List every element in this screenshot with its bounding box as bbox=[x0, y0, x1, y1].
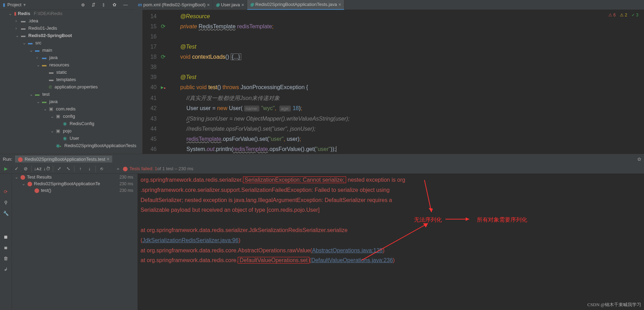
tree-item[interactable]: ⌄▬src bbox=[0, 39, 142, 46]
sort-time-icon[interactable]: ↓⏱ bbox=[42, 166, 51, 171]
collapse-icon[interactable]: ⤡ bbox=[64, 166, 73, 171]
close-icon[interactable]: × bbox=[107, 156, 109, 162]
stop-icon[interactable]: ◼ bbox=[4, 234, 8, 239]
arrow-icon[interactable]: ⌄ bbox=[8, 11, 13, 16]
tree-item[interactable]: ⌄▣pojo bbox=[0, 127, 142, 135]
exit-icon[interactable]: ↲ bbox=[4, 267, 8, 272]
tree-item[interactable]: ⌄▬resources bbox=[0, 61, 142, 69]
console-output[interactable]: 无法序列化 所有对象需要序列化 org.springframework.data… bbox=[138, 174, 644, 310]
close-icon[interactable]: × bbox=[338, 2, 341, 7]
arrow-icon[interactable]: ⌄ bbox=[15, 33, 20, 38]
close-icon[interactable]: × bbox=[207, 2, 210, 8]
gear-icon[interactable]: ✿ bbox=[637, 157, 641, 162]
code-line[interactable]: 15⟳ private RedisTemplate redisTemplate; bbox=[143, 21, 644, 31]
gutter-icon[interactable] bbox=[161, 103, 168, 114]
code-line[interactable]: 41 //真实开发一般都使用Json来传递对象 bbox=[143, 93, 644, 103]
arrow-icon[interactable]: › bbox=[36, 55, 41, 60]
arrow-icon[interactable]: ⌄ bbox=[22, 40, 27, 45]
gutter-icon[interactable]: ▸● bbox=[161, 82, 168, 93]
gear-icon[interactable]: ✿ bbox=[113, 2, 118, 8]
rerun-icon[interactable]: ▶ bbox=[4, 166, 8, 171]
code-line[interactable]: 18⟳ void contextLoads() {...} bbox=[143, 52, 644, 62]
tree-item[interactable]: ◉User bbox=[0, 135, 142, 142]
gutter-icon[interactable] bbox=[161, 144, 168, 154]
gutter-icon[interactable] bbox=[161, 134, 168, 144]
inspection-warnings[interactable]: ⚠ 2 bbox=[620, 13, 627, 17]
arrow-icon[interactable]: › bbox=[15, 18, 20, 23]
gutter-icon[interactable] bbox=[161, 93, 168, 103]
arrow-icon[interactable]: ⌄ bbox=[36, 62, 41, 67]
tree-item[interactable]: ⌄▣com.redis bbox=[0, 105, 142, 113]
code-line[interactable]: 44 //redisTemplate.opsForValue().set("us… bbox=[143, 124, 644, 134]
arrow-icon[interactable]: ⌄ bbox=[36, 99, 41, 104]
tree-item[interactable]: ◉▸Redis02SpringBootApplicationTests bbox=[0, 142, 142, 149]
check-icon[interactable]: ✓ bbox=[12, 166, 21, 171]
editor-area[interactable]: ⚠ 6 ⚠ 2 ✓ 3 14 @Resource15⟳ private Redi… bbox=[143, 10, 644, 154]
gutter-icon[interactable] bbox=[161, 11, 168, 21]
project-dropdown[interactable]: ▮ Project ▾ bbox=[0, 2, 29, 7]
minimize-icon[interactable]: — bbox=[123, 2, 129, 8]
filter-icon[interactable]: ‡ bbox=[102, 2, 108, 8]
gutter-icon[interactable] bbox=[161, 62, 168, 72]
tree-item[interactable]: ⌄▬Redis02-SpringBoot bbox=[0, 32, 142, 39]
code-line[interactable]: 17 @Test bbox=[143, 42, 644, 52]
debug-icon[interactable]: ⟳ bbox=[4, 189, 8, 194]
code-line[interactable]: 45 redisTemplate.opsForValue().set("user… bbox=[143, 134, 644, 144]
tree-item[interactable]: ⌄▬test bbox=[0, 91, 142, 98]
code-line[interactable]: 14 @Resource bbox=[143, 11, 644, 21]
test-tree[interactable]: ⌄⬤Test Results230 ms⌄⬤Redis02SpringBootA… bbox=[12, 174, 138, 310]
inspection-bar[interactable]: ⚠ 6 ⚠ 2 ✓ 3 bbox=[608, 13, 638, 17]
close-icon[interactable]: × bbox=[241, 2, 244, 8]
gutter-icon[interactable] bbox=[161, 72, 168, 82]
trash-icon[interactable]: 🗑 bbox=[3, 256, 8, 261]
code-line[interactable]: 40▸● public void test() throws JsonProce… bbox=[143, 82, 644, 93]
editor-tab[interactable]: mpom.xml (Redis02-SpringBoot)× bbox=[135, 0, 213, 10]
inspection-errors[interactable]: ⚠ 6 bbox=[608, 13, 616, 17]
editor-tab[interactable]: ◉User.java× bbox=[213, 0, 247, 10]
tree-item[interactable]: ›▬Redis01-Jedis bbox=[0, 24, 142, 32]
export-icon[interactable]: ⎋ bbox=[97, 166, 106, 171]
camera-icon[interactable]: ◙ bbox=[5, 245, 7, 250]
code-line[interactable]: 46 System.out.println(redisTemplate.opsF… bbox=[143, 144, 644, 154]
sort-az-icon[interactable]: ↓ᴀᴢ bbox=[33, 166, 42, 171]
arrow-icon[interactable]: ⌄ bbox=[15, 174, 19, 180]
test-row[interactable]: ⌄⬤Redis02SpringBootApplicationTe230 ms bbox=[12, 180, 137, 187]
tree-root[interactable]: ⌄ ▮ Redis F:\IDEA\Redis bbox=[0, 10, 142, 17]
code-line[interactable]: 42 User user = new User( name: "wyc", ag… bbox=[143, 103, 644, 114]
arrow-icon[interactable]: ⌄ bbox=[22, 181, 26, 186]
tree-item[interactable]: ⌄▬main bbox=[0, 46, 142, 54]
tree-item[interactable]: ›▬.idea bbox=[0, 17, 142, 24]
arrow-icon[interactable]: ⌄ bbox=[29, 48, 34, 53]
up-icon[interactable]: ↑ bbox=[76, 166, 85, 171]
code-line[interactable]: 43 //String jsonUser = new ObjectMapper(… bbox=[143, 114, 644, 124]
expand-icon[interactable]: ⤢ bbox=[55, 166, 64, 171]
inspection-oks[interactable]: ✓ 3 bbox=[631, 13, 638, 17]
tree-item[interactable]: ⎚application.properties bbox=[0, 83, 142, 91]
code-line[interactable]: 16 bbox=[143, 31, 644, 42]
arrow-icon[interactable]: ⌄ bbox=[50, 128, 55, 134]
disable-icon[interactable]: ⊘ bbox=[21, 166, 30, 171]
target-icon[interactable]: ⊕ bbox=[81, 2, 87, 8]
gutter-icon[interactable] bbox=[161, 114, 168, 124]
tree-item[interactable]: ⌄▣config bbox=[0, 113, 142, 120]
tree-item[interactable]: ▬static bbox=[0, 69, 142, 76]
run-tab[interactable]: ⬤ Redis02SpringBootApplicationTests.test… bbox=[15, 156, 112, 163]
tree-item[interactable]: ⌄▬java bbox=[0, 98, 142, 105]
code-line[interactable]: 39 @Test bbox=[143, 72, 644, 82]
gutter-icon[interactable] bbox=[161, 42, 168, 52]
structure-icon[interactable]: ⚲ bbox=[4, 200, 8, 205]
gutter-icon[interactable] bbox=[161, 31, 168, 42]
test-row[interactable]: ⌄⬤Test Results230 ms bbox=[12, 174, 137, 180]
arrow-icon[interactable]: ⌄ bbox=[50, 114, 55, 119]
arrow-icon[interactable]: ⌄ bbox=[43, 106, 48, 111]
gutter-icon[interactable] bbox=[161, 124, 168, 134]
test-row[interactable]: ⬤test()230 ms bbox=[12, 187, 137, 194]
arrow-icon[interactable]: › bbox=[15, 26, 20, 31]
arrow-icon[interactable]: ⌄ bbox=[29, 92, 34, 97]
project-tree[interactable]: ⌄ ▮ Redis F:\IDEA\Redis ›▬.idea›▬Redis01… bbox=[0, 10, 143, 154]
gutter-icon[interactable]: ⟳ bbox=[161, 52, 168, 62]
tree-item[interactable]: ›▬java bbox=[0, 54, 142, 61]
down-icon[interactable]: ↓ bbox=[85, 166, 94, 171]
editor-tab[interactable]: ◉Redis02SpringBootApplicationTests.java× bbox=[247, 0, 344, 10]
gutter-icon[interactable]: ⟳ bbox=[161, 21, 168, 31]
